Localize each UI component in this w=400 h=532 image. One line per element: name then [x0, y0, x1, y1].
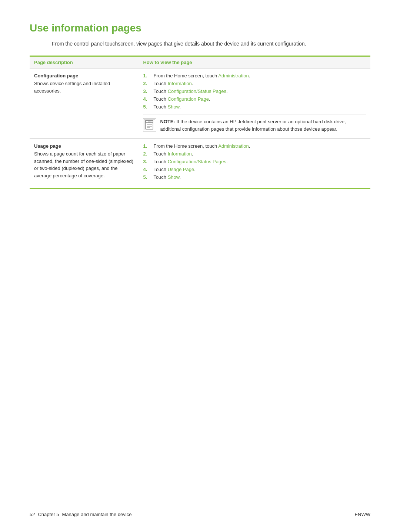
- step-link: Administration: [218, 143, 249, 149]
- info-table: Page description How to view the page Co…: [30, 56, 370, 189]
- step-text: Touch Information.: [153, 81, 193, 86]
- step-num: 2.: [143, 81, 151, 86]
- step-link: Configuration Page: [168, 96, 209, 102]
- step-text: From the Home screen, touch Administrati…: [153, 73, 250, 78]
- steps-list-1: 1.From the Home screen, touch Administra…: [143, 143, 366, 180]
- step-num: 1.: [143, 73, 151, 78]
- cell-steps-1: 1.From the Home screen, touch Administra…: [139, 139, 370, 189]
- step-item: 3.Touch Configuration/Status Pages.: [143, 88, 366, 94]
- step-link: Configuration/Status Pages: [168, 88, 226, 94]
- step-text: Touch Configuration Page.: [153, 96, 210, 102]
- step-link: Show: [168, 104, 180, 110]
- svg-rect-0: [146, 120, 153, 129]
- row-desc-1: Shows a page count for each size of pape…: [34, 150, 134, 179]
- step-text: Touch Configuration/Status Pages.: [153, 159, 227, 164]
- col-header-description: Page description: [30, 56, 139, 68]
- step-num: 4.: [143, 96, 151, 102]
- table-header-row: Page description How to view the page: [30, 56, 370, 68]
- footer-chapter-title: Manage and maintain the device: [62, 512, 132, 517]
- step-text: From the Home screen, touch Administrati…: [153, 143, 250, 149]
- step-item: 4.Touch Configuration Page.: [143, 96, 366, 102]
- cell-description-0: Configuration pageShows device settings …: [30, 68, 139, 139]
- step-num: 3.: [143, 88, 151, 94]
- step-num: 5.: [143, 174, 151, 180]
- note-icon: ≡≡≡: [143, 118, 156, 131]
- row-title-0: Configuration page: [34, 73, 134, 78]
- step-num: 4.: [143, 167, 151, 172]
- svg-rect-1: [146, 120, 153, 123]
- step-item: 1.From the Home screen, touch Administra…: [143, 73, 366, 78]
- row-desc-0: Shows device settings and installed acce…: [34, 80, 134, 94]
- note-label: NOTE:: [160, 119, 175, 124]
- table-row: Configuration pageShows device settings …: [30, 68, 370, 139]
- step-link: Information: [168, 81, 192, 86]
- footer-right: ENWW: [354, 512, 370, 517]
- steps-list-0: 1.From the Home screen, touch Administra…: [143, 73, 366, 110]
- step-num: 2.: [143, 151, 151, 157]
- notepad-svg: ≡≡≡: [144, 119, 155, 130]
- step-link: Show: [168, 174, 180, 180]
- step-item: 5.Touch Show.: [143, 174, 366, 180]
- note-text: NOTE: If the device contains an HP Jetdi…: [160, 118, 366, 133]
- step-item: 5.Touch Show.: [143, 104, 366, 110]
- step-link: Configuration/Status Pages: [168, 159, 226, 164]
- step-text: Touch Information.: [153, 151, 193, 157]
- row-title-1: Usage page: [34, 143, 134, 149]
- footer-chapter: Chapter 5: [38, 512, 59, 517]
- step-item: 1.From the Home screen, touch Administra…: [143, 143, 366, 149]
- step-item: 4.Touch Usage Page.: [143, 167, 366, 172]
- step-item: 2.Touch Information.: [143, 151, 366, 157]
- step-item: 3.Touch Configuration/Status Pages.: [143, 159, 366, 164]
- step-text: Touch Configuration/Status Pages.: [153, 88, 227, 94]
- svg-text:≡≡≡: ≡≡≡: [148, 121, 152, 123]
- step-text: Touch Show.: [153, 174, 181, 180]
- step-link: Usage Page: [168, 167, 194, 172]
- note-box: ≡≡≡ NOTE: If the device contains an HP J…: [143, 114, 366, 133]
- footer-page-num: 52: [30, 512, 35, 517]
- step-item: 2.Touch Information.: [143, 81, 366, 86]
- step-num: 3.: [143, 159, 151, 164]
- footer: 52 Chapter 5 Manage and maintain the dev…: [30, 512, 370, 517]
- step-num: 1.: [143, 143, 151, 149]
- intro-text: From the control panel touchscreen, view…: [52, 41, 370, 47]
- step-link: Administration: [218, 73, 249, 78]
- step-link: Information: [168, 151, 192, 157]
- page-title: Use information pages: [30, 22, 370, 34]
- cell-steps-0: 1.From the Home screen, touch Administra…: [139, 68, 370, 139]
- step-num: 5.: [143, 104, 151, 110]
- footer-left: 52 Chapter 5 Manage and maintain the dev…: [30, 512, 131, 517]
- col-header-howto: How to view the page: [139, 56, 370, 68]
- step-text: Touch Usage Page.: [153, 167, 196, 172]
- step-text: Touch Show.: [153, 104, 181, 110]
- cell-description-1: Usage pageShows a page count for each si…: [30, 139, 139, 189]
- table-row: Usage pageShows a page count for each si…: [30, 139, 370, 189]
